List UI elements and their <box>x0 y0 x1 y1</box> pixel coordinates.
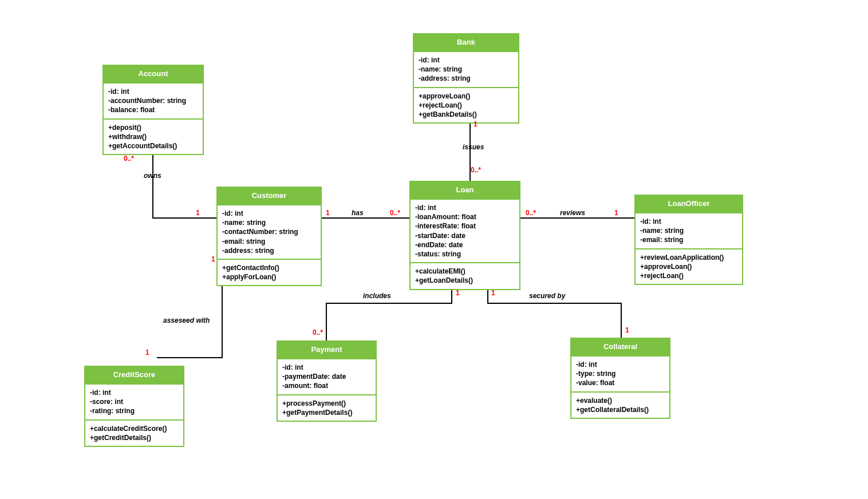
mult-account-far: 1 <box>196 209 200 217</box>
rel-has: has <box>352 209 364 217</box>
ops-section: +calculateEMI() +getLoanDetails() <box>411 262 519 288</box>
class-payment: Payment -id: int -paymentDate: date -amo… <box>277 340 377 422</box>
class-title: Collateral <box>571 339 669 355</box>
mult-secured-near: 1 <box>491 289 495 297</box>
class-loan: Loan -id: int -loanAmount: float -intere… <box>409 181 520 290</box>
mult-assessed-near: 1 <box>211 255 215 263</box>
ops-section: +approveLoan() +rejectLoan() +getBankDet… <box>414 87 518 123</box>
rel-reviews: reviews <box>560 209 585 217</box>
ops-section: +calculateCreditScore() +getCreditDetail… <box>85 419 183 446</box>
attr-section: -id: int -type: string -value: float <box>571 355 669 391</box>
mult-includes-near: 1 <box>456 289 460 297</box>
rel-secured: secured by <box>529 292 565 300</box>
mult-account-near: 0..* <box>124 155 134 163</box>
attr-section: -id: int -name: string -address: string <box>414 51 518 87</box>
mult-reviews-near: 0..* <box>526 209 536 217</box>
rel-includes: includes <box>363 292 391 300</box>
mult-issues-near: 1 <box>474 120 478 128</box>
ops-section: +evaluate() +getCollateralDetails() <box>571 391 669 418</box>
attr-section: -id: int -name: string -contactNumber: s… <box>218 204 321 259</box>
class-creditscore: CreditScore -id: int -score: int -rating… <box>84 366 184 447</box>
class-title: Loan <box>411 182 519 199</box>
ops-section: +getContactInfo() +applyForLoan() <box>218 259 321 285</box>
class-title: Account <box>104 66 203 82</box>
class-title: Payment <box>278 342 376 358</box>
mult-assessed-far: 1 <box>145 348 149 357</box>
diagram-canvas: Account -id: int -accountNumber: string … <box>0 0 868 499</box>
attr-section: -id: int -accountNumber: string -balance… <box>104 82 203 118</box>
mult-includes-far: 0..* <box>313 328 323 336</box>
ops-section: +processPayment() +getPaymentDetails() <box>278 394 376 421</box>
mult-issues-far: 0..* <box>471 166 481 174</box>
class-title: Customer <box>218 188 321 204</box>
class-loanofficer: LoanOfficer -id: int -name: string -emai… <box>634 195 743 285</box>
mult-secured-far: 1 <box>625 326 629 334</box>
attr-section: -id: int -score: int -rating: string <box>85 383 183 419</box>
attr-section: -id: int -loanAmount: float -interestRat… <box>411 199 519 262</box>
rel-assessed: asseseed with <box>163 316 210 324</box>
ops-section: +reviewLoanApplication() +approveLoan() … <box>636 248 742 284</box>
class-account: Account -id: int -accountNumber: string … <box>102 65 204 155</box>
attr-section: -id: int -paymentDate: date -amount: flo… <box>278 358 376 394</box>
class-title: LoanOfficer <box>636 196 742 212</box>
class-title: Bank <box>414 34 518 51</box>
class-collateral: Collateral -id: int -type: string -value… <box>570 338 670 419</box>
rel-issues: issues <box>463 143 484 151</box>
class-customer: Customer -id: int -name: string -contact… <box>216 187 322 286</box>
mult-has-far: 0..* <box>390 209 400 217</box>
mult-has-near: 1 <box>326 209 330 217</box>
attr-section: -id: int -name: string -email: string <box>636 212 742 248</box>
class-bank: Bank -id: int -name: string -address: st… <box>413 33 519 124</box>
mult-reviews-far: 1 <box>614 209 618 217</box>
ops-section: +deposit() +withdraw() +getAccountDetail… <box>104 118 203 155</box>
rel-owns: owns <box>144 172 161 180</box>
class-title: CreditScore <box>85 367 183 383</box>
